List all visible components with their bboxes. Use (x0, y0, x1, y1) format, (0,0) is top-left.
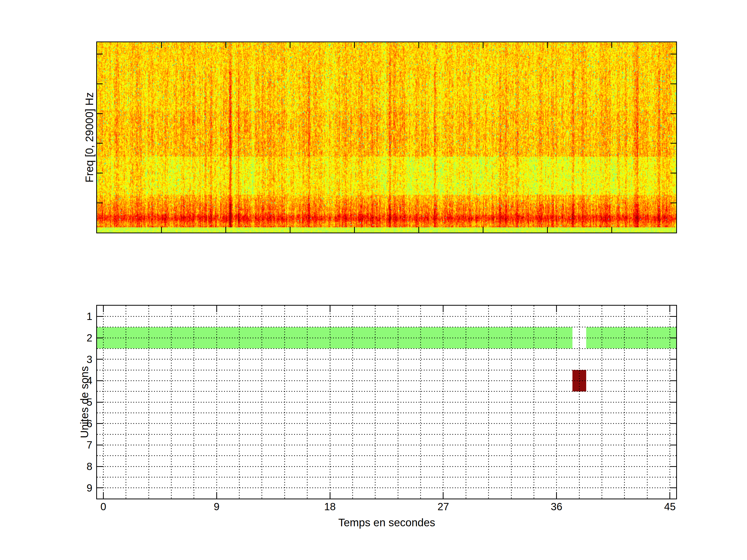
y-tick-label: 1 (87, 311, 92, 322)
spec-freq-tick-left (97, 54, 103, 54)
y-axis-tick-right (670, 487, 676, 488)
x-axis-tick-top (556, 306, 557, 312)
y-axis-tick (97, 338, 103, 338)
y-tick-label: 8 (87, 461, 92, 472)
x-axis-tick-top (330, 306, 331, 312)
spec-x-tick-bottom (483, 227, 484, 233)
timeline-plot (96, 305, 677, 499)
y-axis-tick-right (670, 402, 676, 403)
grid-line-horizontal (97, 380, 676, 381)
x-tick-label: 18 (324, 501, 336, 512)
spec-x-tick-bottom (225, 227, 226, 233)
x-axis-tick (669, 492, 670, 499)
spec-x-tick-top (354, 42, 355, 48)
x-tick-label: 45 (664, 501, 676, 512)
spec-freq-tick-right (670, 173, 676, 174)
spectrogram-area (97, 42, 676, 233)
grid-line-horizontal (97, 487, 676, 488)
grid-line-horizontal (97, 370, 676, 371)
spec-freq-tick-left (97, 203, 103, 203)
spec-x-tick-bottom (547, 227, 548, 233)
spec-freq-tick-right (670, 54, 676, 54)
grid-line-horizontal (97, 338, 676, 338)
y-axis-tick (97, 466, 103, 467)
x-tick-label: 27 (438, 501, 449, 512)
spec-x-tick-bottom (161, 227, 162, 233)
y-axis-tick-right (670, 380, 676, 381)
grid-line-horizontal (97, 477, 676, 478)
spec-x-tick-top (611, 42, 612, 48)
spec-x-tick-bottom (290, 227, 290, 233)
y-axis-tick (97, 423, 103, 424)
spec-x-tick-bottom (354, 227, 355, 233)
spec-x-tick-top (290, 42, 290, 48)
grid-line-horizontal (97, 412, 676, 413)
spectrogram-plot (96, 42, 677, 233)
y-axis-tick (97, 445, 103, 446)
y-tick-label: 6 (87, 418, 92, 429)
spec-x-tick-bottom (418, 227, 419, 233)
y-tick-label: 4 (87, 375, 92, 386)
y-axis-tick-right (670, 359, 676, 359)
y-tick-label: 7 (87, 439, 92, 451)
timeline-area (97, 306, 676, 499)
y-axis-tick (97, 402, 103, 403)
spec-freq-tick-left (97, 143, 103, 144)
y-axis-tick-right (670, 466, 676, 467)
y-tick-label: 9 (87, 482, 92, 494)
spec-freq-tick-left (97, 113, 103, 114)
spectrogram-image (97, 42, 676, 233)
y-tick-label: 5 (87, 396, 92, 408)
x-axis-tick (556, 492, 557, 499)
x-axis-tick-top (443, 306, 443, 312)
spec-x-tick-top (483, 42, 484, 48)
spectrogram-ylabel: Freq [0, 29000] Hz (83, 92, 96, 183)
grid-line-horizontal (97, 327, 676, 327)
grid-line-horizontal (97, 466, 676, 467)
spec-freq-tick-right (670, 113, 676, 114)
x-tick-label: 0 (100, 501, 106, 512)
grid-line-horizontal (97, 445, 676, 446)
spec-x-tick-top (161, 42, 162, 48)
y-axis-tick (97, 316, 103, 317)
y-axis-tick (97, 487, 103, 488)
grid-line-horizontal (97, 391, 676, 392)
grid-line-horizontal (97, 434, 676, 435)
spec-freq-tick-right (670, 143, 676, 144)
grid-line-horizontal (97, 359, 676, 359)
x-axis-tick-top (669, 306, 670, 312)
spec-freq-tick-right (670, 203, 676, 203)
grid-line-horizontal (97, 348, 676, 349)
timeline-xlabel: Temps en secondes (338, 516, 435, 529)
y-axis-tick (97, 380, 103, 381)
y-tick-label: 2 (87, 332, 92, 344)
x-axis-tick (216, 492, 217, 499)
spec-x-tick-top (547, 42, 548, 48)
y-axis-tick-right (670, 445, 676, 446)
x-axis-tick-top (216, 306, 217, 312)
y-axis-tick-right (670, 338, 676, 338)
x-tick-label: 36 (551, 501, 563, 512)
grid-line-horizontal (97, 402, 676, 403)
grid-line-horizontal (97, 423, 676, 424)
spec-x-tick-top (418, 42, 419, 48)
x-tick-label: 9 (214, 501, 220, 512)
spec-freq-tick-left (97, 83, 103, 84)
grid-line-horizontal (97, 455, 676, 456)
x-axis-tick (443, 492, 443, 499)
y-axis-tick-right (670, 316, 676, 317)
y-tick-label: 3 (87, 353, 92, 365)
grid-line-horizontal (97, 316, 676, 317)
matlab-figure: Freq [0, 29000] Hz Unites de sons Temps … (0, 0, 747, 560)
spec-freq-tick-left (97, 173, 103, 174)
y-axis-tick-right (670, 423, 676, 424)
x-axis-tick-top (103, 306, 104, 312)
y-axis-tick (97, 359, 103, 359)
spec-x-tick-top (225, 42, 226, 48)
spec-freq-tick-right (670, 83, 676, 84)
spec-x-tick-bottom (611, 227, 612, 233)
x-axis-tick (103, 492, 104, 499)
x-axis-tick (330, 492, 331, 499)
